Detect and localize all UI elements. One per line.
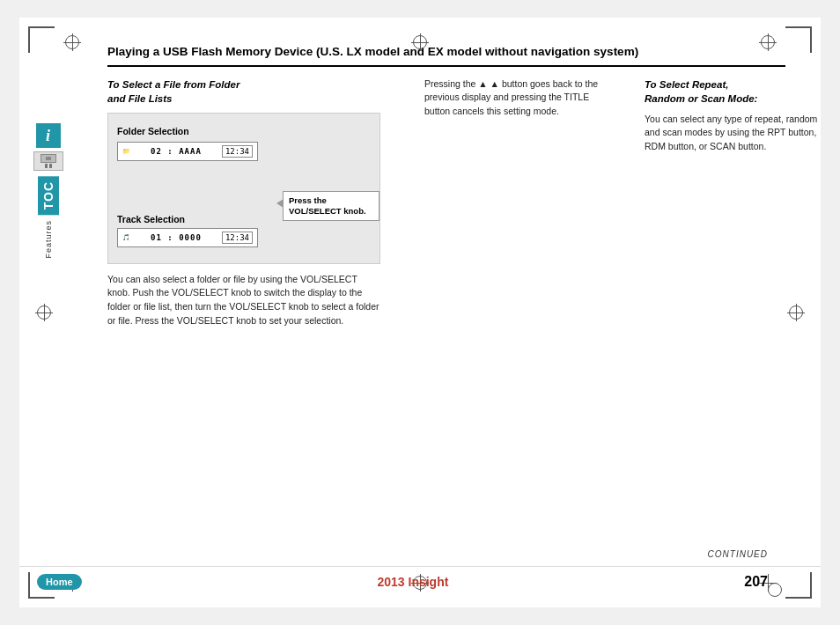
lcd-track-row: 🎵 01 : 0000 12:34 [117, 228, 371, 247]
callout-text: Press the VOL/SELECT knob. [289, 195, 366, 216]
callout-arrow [276, 199, 284, 208]
col-right-body-text: You can select any type of repeat, rando… [645, 113, 821, 154]
toc-tab[interactable]: TOC [38, 176, 59, 215]
page-title: Playing a USB Flash Memory Device (U.S. … [107, 44, 785, 67]
col-right: To Select Repeat,Random or Scan Mode: Yo… [645, 77, 821, 328]
page: i TOC Features Playing a USB Flash Memor… [19, 18, 821, 607]
callout-container: Press the VOL/SELECT knob. [117, 165, 371, 209]
lcd-track-screen: 🎵 01 : 0000 12:34 [117, 228, 258, 247]
crosshair-tl [63, 33, 81, 51]
corner-mark-tr [785, 26, 812, 53]
callout-box: Press the VOL/SELECT knob. [283, 191, 379, 222]
columns-container: To Select a File from Folderand File Lis… [107, 77, 785, 328]
usb-icon [33, 151, 63, 171]
left-sidebar: i TOC Features [19, 123, 77, 259]
crosshair-tr [759, 33, 777, 51]
main-content: Playing a USB Flash Memory Device (U.S. … [107, 44, 785, 328]
page-number: 207 [744, 574, 768, 590]
crosshair-tm [411, 33, 429, 51]
crosshair-ml [35, 304, 53, 321]
col-left: To Select a File from Folderand File Lis… [107, 77, 380, 328]
folder-selection-label: Folder Selection [117, 126, 371, 136]
bottom-bar: Home 2013 Insight 207 [19, 566, 821, 590]
col-right-section-title: To Select Repeat,Random or Scan Mode: [645, 77, 821, 106]
col-middle-body-text: Pressing the ▲ ▲ button goes back to the… [424, 77, 601, 119]
col-middle: Pressing the ▲ ▲ button goes back to the… [424, 77, 601, 328]
display-box: Folder Selection 📁 02 : AAAA 12:34 [107, 113, 380, 264]
continued-text: CONTINUED [708, 549, 768, 559]
home-button[interactable]: Home [37, 574, 82, 590]
lcd-folder-screen: 📁 02 : AAAA 12:34 [117, 142, 258, 161]
corner-mark-tl [28, 26, 55, 53]
col-left-body-text: You can also select a folder or file by … [107, 273, 380, 328]
crosshair-mr [787, 304, 805, 321]
col-left-section-title: To Select a File from Folderand File Lis… [107, 77, 380, 106]
lcd-folder-row: 📁 02 : AAAA 12:34 [117, 142, 371, 161]
center-title: 2013 Insight [82, 575, 745, 589]
features-label: Features [44, 220, 53, 259]
info-icon: i [36, 123, 61, 148]
